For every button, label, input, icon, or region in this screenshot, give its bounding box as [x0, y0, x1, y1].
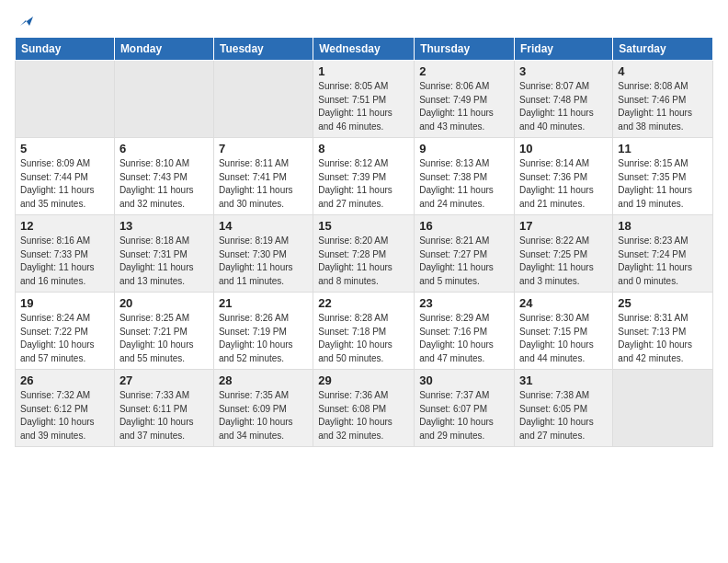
day-number: 26: [20, 373, 109, 387]
day-info: Sunrise: 7:33 AM Sunset: 6:11 PM Dayligh…: [119, 389, 209, 442]
day-info: Sunrise: 7:32 AM Sunset: 6:12 PM Dayligh…: [20, 389, 109, 442]
day-info: Sunrise: 8:19 AM Sunset: 7:30 PM Dayligh…: [219, 235, 308, 288]
day-number: 22: [318, 296, 409, 310]
day-number: 29: [318, 373, 409, 387]
day-info: Sunrise: 8:14 AM Sunset: 7:36 PM Dayligh…: [519, 157, 608, 211]
calendar-cell: 31Sunrise: 7:38 AM Sunset: 6:05 PM Dayli…: [515, 370, 613, 447]
svg-marker-0: [20, 17, 33, 26]
calendar-cell: 9Sunrise: 8:13 AM Sunset: 7:38 PM Daylig…: [415, 138, 515, 215]
day-number: 6: [119, 142, 209, 155]
calendar-cell: 1Sunrise: 8:05 AM Sunset: 7:51 PM Daylig…: [313, 61, 415, 138]
day-info: Sunrise: 8:10 AM Sunset: 7:43 PM Dayligh…: [119, 157, 209, 211]
calendar-header-row: SundayMondayTuesdayWednesdayThursdayFrid…: [16, 38, 713, 61]
day-info: Sunrise: 8:08 AM Sunset: 7:46 PM Dayligh…: [618, 80, 708, 133]
day-number: 30: [419, 373, 509, 387]
day-number: 15: [318, 219, 409, 233]
day-info: Sunrise: 8:24 AM Sunset: 7:22 PM Dayligh…: [20, 312, 109, 365]
day-info: Sunrise: 8:15 AM Sunset: 7:35 PM Dayligh…: [618, 157, 708, 211]
calendar-cell: 14Sunrise: 8:19 AM Sunset: 7:30 PM Dayli…: [213, 215, 313, 293]
day-number: 19: [20, 296, 109, 310]
weekday-header: Saturday: [613, 38, 713, 61]
calendar-week-row: 5Sunrise: 8:09 AM Sunset: 7:44 PM Daylig…: [16, 138, 713, 215]
weekday-header: Wednesday: [313, 38, 415, 61]
day-number: 4: [618, 64, 708, 78]
day-info: Sunrise: 8:23 AM Sunset: 7:24 PM Dayligh…: [618, 235, 708, 288]
calendar-cell: 17Sunrise: 8:22 AM Sunset: 7:25 PM Dayli…: [515, 215, 613, 293]
day-number: 8: [318, 142, 409, 155]
page: SundayMondayTuesdayWednesdayThursdayFrid…: [0, 0, 728, 563]
day-number: 23: [419, 296, 509, 310]
day-info: Sunrise: 8:26 AM Sunset: 7:19 PM Dayligh…: [219, 312, 308, 365]
calendar-cell: [613, 370, 713, 447]
day-info: Sunrise: 8:09 AM Sunset: 7:44 PM Dayligh…: [20, 157, 109, 211]
calendar-cell: 25Sunrise: 8:31 AM Sunset: 7:13 PM Dayli…: [613, 293, 713, 370]
calendar-cell: 8Sunrise: 8:12 AM Sunset: 7:39 PM Daylig…: [313, 138, 415, 215]
day-number: 24: [519, 296, 608, 310]
day-info: Sunrise: 8:13 AM Sunset: 7:38 PM Dayligh…: [419, 157, 509, 211]
header: [15, 11, 713, 29]
calendar-cell: 15Sunrise: 8:20 AM Sunset: 7:28 PM Dayli…: [313, 215, 415, 293]
day-number: 2: [419, 64, 509, 78]
day-number: 21: [219, 296, 308, 310]
weekday-header: Tuesday: [213, 38, 313, 61]
calendar-cell: 26Sunrise: 7:32 AM Sunset: 6:12 PM Dayli…: [16, 370, 115, 447]
calendar-week-row: 26Sunrise: 7:32 AM Sunset: 6:12 PM Dayli…: [16, 370, 713, 447]
calendar-cell: 4Sunrise: 8:08 AM Sunset: 7:46 PM Daylig…: [613, 61, 713, 138]
calendar-cell: 20Sunrise: 8:25 AM Sunset: 7:21 PM Dayli…: [114, 293, 213, 370]
day-info: Sunrise: 8:18 AM Sunset: 7:31 PM Dayligh…: [119, 235, 209, 288]
calendar-cell: 5Sunrise: 8:09 AM Sunset: 7:44 PM Daylig…: [16, 138, 115, 215]
calendar-cell: 6Sunrise: 8:10 AM Sunset: 7:43 PM Daylig…: [114, 138, 213, 215]
day-info: Sunrise: 7:37 AM Sunset: 6:07 PM Dayligh…: [419, 389, 509, 442]
calendar-cell: 2Sunrise: 8:06 AM Sunset: 7:49 PM Daylig…: [415, 61, 515, 138]
day-number: 9: [419, 142, 509, 155]
calendar-cell: 16Sunrise: 8:21 AM Sunset: 7:27 PM Dayli…: [415, 215, 515, 293]
weekday-header: Sunday: [16, 38, 115, 61]
day-info: Sunrise: 8:11 AM Sunset: 7:41 PM Dayligh…: [219, 157, 308, 211]
day-info: Sunrise: 8:22 AM Sunset: 7:25 PM Dayligh…: [519, 235, 608, 288]
day-info: Sunrise: 8:20 AM Sunset: 7:28 PM Dayligh…: [318, 235, 409, 288]
calendar-cell: 11Sunrise: 8:15 AM Sunset: 7:35 PM Dayli…: [613, 138, 713, 215]
calendar-cell: 23Sunrise: 8:29 AM Sunset: 7:16 PM Dayli…: [415, 293, 515, 370]
calendar-week-row: 19Sunrise: 8:24 AM Sunset: 7:22 PM Dayli…: [16, 293, 713, 370]
day-number: 16: [419, 219, 509, 233]
day-number: 12: [20, 219, 109, 233]
logo-bird-icon: [17, 13, 33, 29]
calendar-cell: 28Sunrise: 7:35 AM Sunset: 6:09 PM Dayli…: [213, 370, 313, 447]
day-info: Sunrise: 8:25 AM Sunset: 7:21 PM Dayligh…: [119, 312, 209, 365]
day-info: Sunrise: 7:35 AM Sunset: 6:09 PM Dayligh…: [219, 389, 308, 442]
calendar-cell: 12Sunrise: 8:16 AM Sunset: 7:33 PM Dayli…: [16, 215, 115, 293]
day-info: Sunrise: 8:30 AM Sunset: 7:15 PM Dayligh…: [519, 312, 608, 365]
day-info: Sunrise: 8:16 AM Sunset: 7:33 PM Dayligh…: [20, 235, 109, 288]
calendar-week-row: 12Sunrise: 8:16 AM Sunset: 7:33 PM Dayli…: [16, 215, 713, 293]
day-number: 5: [20, 142, 109, 155]
day-info: Sunrise: 8:12 AM Sunset: 7:39 PM Dayligh…: [318, 157, 409, 211]
day-number: 27: [119, 373, 209, 387]
day-number: 1: [318, 64, 409, 78]
day-number: 20: [119, 296, 209, 310]
day-info: Sunrise: 8:31 AM Sunset: 7:13 PM Dayligh…: [618, 312, 708, 365]
day-number: 3: [519, 64, 608, 78]
day-number: 25: [618, 296, 708, 310]
day-number: 14: [219, 219, 308, 233]
weekday-header: Friday: [515, 38, 613, 61]
day-number: 18: [618, 219, 708, 233]
calendar-week-row: 1Sunrise: 8:05 AM Sunset: 7:51 PM Daylig…: [16, 61, 713, 138]
day-number: 11: [618, 142, 708, 155]
calendar-cell: 21Sunrise: 8:26 AM Sunset: 7:19 PM Dayli…: [213, 293, 313, 370]
calendar-cell: 30Sunrise: 7:37 AM Sunset: 6:07 PM Dayli…: [415, 370, 515, 447]
day-info: Sunrise: 8:07 AM Sunset: 7:48 PM Dayligh…: [519, 80, 608, 133]
day-number: 13: [119, 219, 209, 233]
calendar-cell: 3Sunrise: 8:07 AM Sunset: 7:48 PM Daylig…: [515, 61, 613, 138]
weekday-header: Thursday: [415, 38, 515, 61]
calendar-cell: 22Sunrise: 8:28 AM Sunset: 7:18 PM Dayli…: [313, 293, 415, 370]
day-number: 7: [219, 142, 308, 155]
calendar-cell: 13Sunrise: 8:18 AM Sunset: 7:31 PM Dayli…: [114, 215, 213, 293]
day-info: Sunrise: 8:06 AM Sunset: 7:49 PM Dayligh…: [419, 80, 509, 133]
day-info: Sunrise: 8:05 AM Sunset: 7:51 PM Dayligh…: [318, 80, 409, 133]
calendar-cell: [114, 61, 213, 138]
calendar-cell: 24Sunrise: 8:30 AM Sunset: 7:15 PM Dayli…: [515, 293, 613, 370]
weekday-header: Monday: [114, 38, 213, 61]
day-number: 10: [519, 142, 608, 155]
day-number: 17: [519, 219, 608, 233]
day-number: 31: [519, 373, 608, 387]
